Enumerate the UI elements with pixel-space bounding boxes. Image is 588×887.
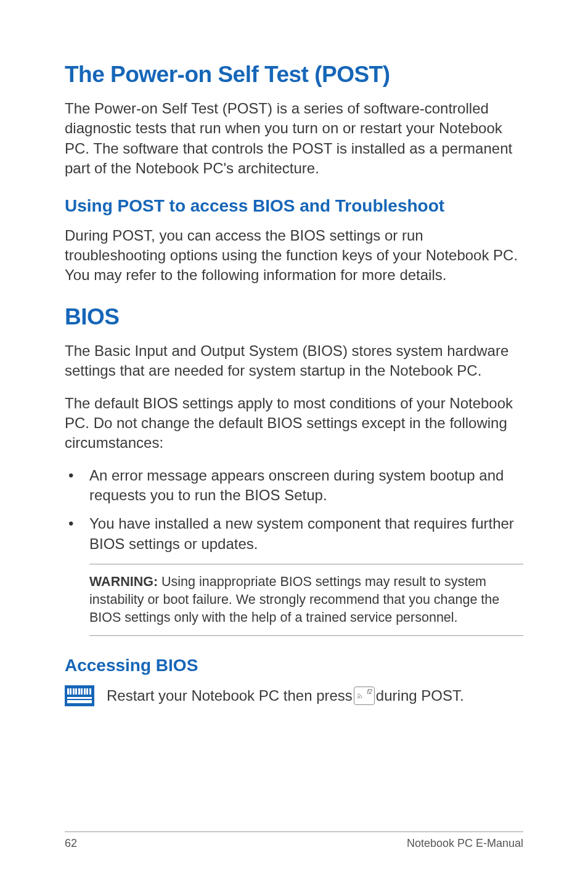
heading-bios: BIOS — [65, 304, 523, 330]
bullet-list: • An error message appears onscreen duri… — [65, 466, 523, 555]
doc-title: Notebook PC E-Manual — [407, 837, 523, 850]
warning-callout: WARNING: Using inappropriate BIOS settin… — [89, 564, 523, 636]
f2-key-label: f2 — [367, 688, 372, 696]
bullet-text-1: An error message appears onscreen during… — [89, 466, 523, 506]
wifi-icon — [356, 692, 364, 702]
page-footer: 62 Notebook PC E-Manual — [65, 831, 523, 850]
heading-accessing-bios: Accessing BIOS — [65, 656, 523, 675]
keyboard-icon — [65, 685, 94, 706]
svg-point-0 — [357, 697, 359, 698]
paragraph-bios-intro2: The default BIOS settings apply to most … — [65, 394, 523, 453]
list-item: • You have installed a new system compon… — [65, 514, 523, 554]
paragraph-post-intro: The Power-on Self Test (POST) is a serie… — [65, 99, 523, 179]
paragraph-using-post: During POST, you can access the BIOS set… — [65, 226, 523, 286]
heading-post: The Power-on Self Test (POST) — [65, 62, 523, 88]
list-item: • An error message appears onscreen duri… — [65, 466, 523, 506]
page-content: The Power-on Self Test (POST) The Power-… — [0, 0, 588, 706]
accessing-text-pre: Restart your Notebook PC then press — [107, 686, 353, 706]
bullet-marker: • — [65, 466, 89, 506]
warning-text: WARNING: Using inappropriate BIOS settin… — [89, 573, 523, 627]
paragraph-bios-intro1: The Basic Input and Output System (BIOS)… — [65, 341, 523, 381]
accessing-text: Restart your Notebook PC then press f2 d… — [107, 686, 464, 706]
heading-using-post: Using POST to access BIOS and Troublesho… — [65, 196, 523, 216]
accessing-bios-row: Restart your Notebook PC then press f2 d… — [65, 685, 523, 706]
page-number: 62 — [65, 837, 77, 850]
bullet-marker: • — [65, 514, 89, 554]
f2-key-icon: f2 — [354, 687, 375, 705]
accessing-text-post: during POST. — [376, 686, 464, 706]
bullet-text-2: You have installed a new system componen… — [89, 514, 523, 554]
warning-label: WARNING: — [89, 574, 158, 589]
